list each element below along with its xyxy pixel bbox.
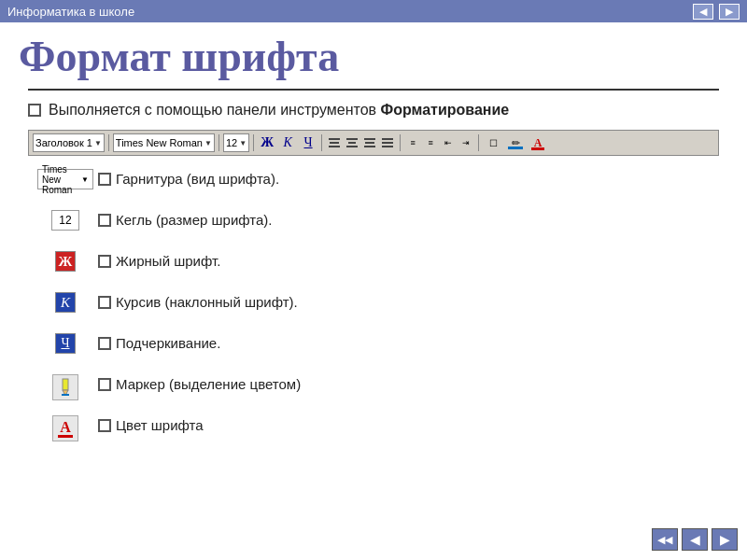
underline-icon-widget[interactable]: Ч — [55, 333, 76, 354]
font-selector-value: Times New Roman — [42, 164, 78, 195]
item-text-bold: Жирный шрифт. — [116, 251, 719, 269]
checkbox-kegel — [98, 214, 111, 227]
fontcolor-icon-widget[interactable]: A — [52, 415, 78, 441]
font-dropdown[interactable]: Times New Roman ▼ — [113, 133, 215, 152]
border-button[interactable]: ☐ — [483, 133, 503, 152]
align-group — [326, 134, 396, 151]
pencil-svg — [57, 377, 74, 398]
sep5 — [400, 134, 401, 151]
list-item: Маркер (выделение цветом) — [37, 374, 719, 410]
subtitle-text: Выполняется с помощью панели инструменто… — [49, 102, 509, 119]
main-content: Формат шрифта Выполняется с помощью пане… — [0, 22, 747, 560]
align-center-button[interactable] — [344, 134, 360, 151]
size-box-widget[interactable]: 12 — [51, 210, 79, 231]
sep4 — [321, 134, 322, 151]
size-label: 12 — [226, 137, 237, 148]
divider — [28, 89, 719, 91]
top-btn-next[interactable]: ▶ — [719, 4, 740, 20]
item-checkbox-fontcolor — [93, 415, 116, 432]
list-item: Times New Roman ▼ Гарнитура (вид шрифта)… — [37, 169, 719, 204]
nav-next-button[interactable]: ▶ — [712, 528, 738, 551]
fontcolor-toolbar-button[interactable]: A — [528, 133, 548, 152]
svg-rect-2 — [62, 394, 69, 396]
item-icon-marker — [37, 374, 93, 400]
item-text-underline: Подчеркивание. — [116, 333, 719, 351]
size-dropdown[interactable]: 12 ▼ — [223, 133, 249, 152]
item-text-fontcolor: Цвет шрифта — [116, 415, 719, 433]
sep1 — [108, 134, 109, 151]
nav-first-button[interactable]: ◀◀ — [652, 528, 678, 551]
subtitle: Выполняется с помощью панели инструменто… — [28, 102, 719, 119]
item-checkbox-italic — [93, 292, 116, 309]
increase-indent-button[interactable]: ⇥ — [458, 134, 474, 151]
items-list: Times New Roman ▼ Гарнитура (вид шрифта)… — [37, 169, 719, 456]
italic-button[interactable]: К — [278, 133, 297, 152]
font-selector-widget[interactable]: Times New Roman ▼ — [37, 169, 93, 189]
list-item: К Курсив (наклонный шрифт). — [37, 292, 719, 328]
item-text-marker: Маркер (выделение цветом) — [116, 374, 719, 392]
formatting-toolbar: Заголовок 1 ▼ Times New Roman ▼ 12 ▼ Ж К… — [28, 130, 719, 156]
page-title: Формат шрифта — [19, 32, 719, 81]
size-arrow: ▼ — [239, 139, 247, 147]
item-icon-kegel: 12 — [37, 210, 93, 231]
checkbox-garnitura — [98, 173, 111, 186]
item-checkbox-underline — [93, 333, 116, 350]
highlight-button[interactable]: ✏ — [505, 133, 526, 152]
item-checkbox-bold — [93, 251, 116, 268]
list-group: ≡ ≡ ⇤ ⇥ — [404, 134, 474, 151]
fontcolor-underline-bar — [58, 435, 73, 438]
top-bar-right: ◀ ▶ — [693, 4, 740, 20]
fontcolor-letter: A — [60, 420, 71, 435]
underline-button[interactable]: Ч — [299, 133, 317, 152]
sep2 — [218, 134, 219, 151]
item-text-kegel: Кегль (размер шрифта). — [116, 210, 719, 228]
decrease-indent-button[interactable]: ⇤ — [440, 134, 457, 151]
item-checkbox-marker — [93, 374, 116, 391]
checkbox-fontcolor — [98, 419, 111, 432]
svg-rect-0 — [63, 379, 68, 390]
checkbox-italic — [98, 296, 111, 309]
item-icon-italic: К — [37, 292, 93, 313]
sep3 — [253, 134, 254, 151]
checkbox-marker — [98, 378, 111, 391]
list-item: A Цвет шрифта — [37, 415, 719, 451]
list-item: Ч Подчеркивание. — [37, 333, 719, 369]
style-arrow: ▼ — [94, 139, 102, 147]
bold-icon-widget[interactable]: Ж — [55, 251, 76, 272]
checkbox-underline — [98, 337, 111, 350]
item-icon-fontcolor: A — [37, 415, 93, 441]
top-bar-title: Информатика в школе — [7, 5, 134, 19]
size-box-value: 12 — [59, 214, 71, 227]
bold-button[interactable]: Ж — [258, 133, 276, 152]
nav-prev-button[interactable]: ◀ — [682, 528, 708, 551]
item-text-italic: Курсив (наклонный шрифт). — [116, 292, 719, 310]
sep6 — [478, 134, 479, 151]
checkbox-bold — [98, 255, 111, 268]
list-item: Ж Жирный шрифт. — [37, 251, 719, 287]
align-justify-button[interactable] — [379, 134, 396, 151]
align-right-button[interactable] — [361, 134, 378, 151]
style-label: Заголовок 1 — [35, 137, 92, 148]
item-checkbox-kegel — [93, 210, 116, 227]
font-arrow: ▼ — [204, 139, 212, 147]
bullet-list-button[interactable]: ≡ — [422, 134, 439, 151]
top-bar: Информатика в школе ◀ ▶ — [0, 0, 747, 22]
align-left-button[interactable] — [326, 134, 343, 151]
nav-arrows: ◀◀ ◀ ▶ — [652, 528, 738, 551]
italic-icon-widget[interactable]: К — [55, 292, 76, 313]
item-checkbox-garnitura — [93, 169, 116, 186]
style-dropdown[interactable]: Заголовок 1 ▼ — [33, 133, 105, 152]
list-item: 12 Кегль (размер шрифта). — [37, 210, 719, 245]
font-label: Times New Roman — [116, 137, 203, 148]
numbered-list-button[interactable]: ≡ — [404, 134, 421, 151]
item-text-garnitura: Гарнитура (вид шрифта). — [116, 169, 719, 187]
marker-icon-widget[interactable] — [52, 374, 78, 400]
subtitle-checkbox — [28, 104, 41, 117]
item-icon-bold: Ж — [37, 251, 93, 272]
top-btn-prev[interactable]: ◀ — [693, 4, 713, 20]
item-icon-garnitura: Times New Roman ▼ — [37, 169, 93, 189]
item-icon-underline: Ч — [37, 333, 93, 354]
font-selector-arrow: ▼ — [81, 175, 89, 184]
